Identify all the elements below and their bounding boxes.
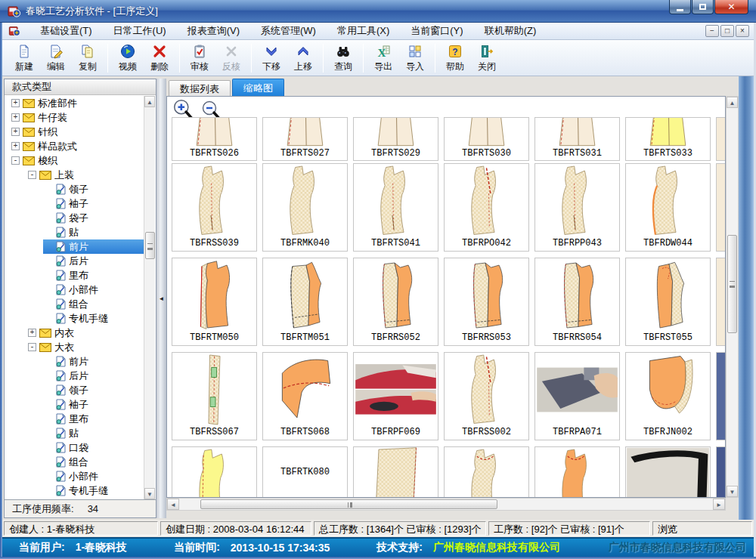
titlebar[interactable]: 春晓工艺分析软件 - [工序定义] ✕ [0, 0, 756, 23]
tree-item-领子[interactable]: 领子 [43, 182, 144, 196]
thumbnail-TBFRSS039[interactable]: TBFRSS039 [172, 163, 257, 252]
toolbar-button-video[interactable]: 视频 [112, 42, 144, 75]
thumbnail-unlabeled[interactable] [444, 446, 529, 498]
vertical-scrollbar[interactable]: ▲ ▼ [726, 96, 739, 498]
thumbnail-TBFRRS054[interactable]: TBFRRS054 [534, 258, 620, 346]
tree-item-袖子[interactable]: 袖子 [43, 397, 144, 412]
tree-scrollbar-thumb[interactable] [145, 232, 155, 259]
horizontal-scrollbar-thumb[interactable] [200, 499, 497, 509]
tree-item-样品款式[interactable]: +样品款式 [10, 139, 144, 153]
tree-item-组合[interactable]: 组合 [43, 297, 144, 311]
mdi-restore-button[interactable]: □ [720, 25, 734, 37]
menu-item-6[interactable]: 当前窗口(Y) [400, 22, 473, 40]
toolbar-button-audit-check[interactable]: 审核 [184, 42, 215, 75]
scroll-up-icon[interactable]: ▲ [144, 96, 155, 107]
scroll-right-icon[interactable]: ► [713, 499, 725, 510]
toolbar-button-move-up[interactable]: 上移 [287, 42, 319, 75]
thumbnail-TBFRRS052[interactable]: TBFRRS052 [353, 258, 438, 346]
toolbar-button-delete[interactable]: 删除 [144, 42, 175, 75]
tree-item-标准部件[interactable]: +标准部件 [10, 96, 144, 110]
scroll-down-icon[interactable]: ▼ [727, 486, 738, 497]
thumbnail-unlabeled[interactable] [534, 446, 620, 498]
tree-item-贴[interactable]: 贴 [43, 426, 144, 440]
tab-data-list[interactable]: 数据列表 [169, 80, 231, 97]
tree-item-贴[interactable]: 贴 [43, 225, 144, 239]
tree-item-梭织[interactable]: -梭织 [10, 153, 144, 168]
toolbar-button-edit[interactable]: 编辑 [40, 42, 72, 75]
thumbnail-TBFRDW044[interactable]: TBFRDW044 [625, 163, 711, 252]
tree-item-专机手缝[interactable]: 专机手缝 [43, 483, 144, 498]
expand-plus-icon[interactable]: + [28, 329, 36, 337]
tree-item-后片[interactable]: 后片 [43, 254, 144, 268]
scroll-left-icon[interactable]: ◄ [167, 499, 179, 510]
menu-item-1[interactable]: 基础设置(T) [29, 22, 103, 40]
thumbnail-TBFRPO042[interactable]: TBFRPO042 [444, 163, 529, 252]
tree-item-里布[interactable]: 里布 [43, 268, 144, 283]
thumbnail-TBFRTM050[interactable]: TBFRTM050 [172, 258, 257, 346]
thumbnail-TBFRMK040[interactable]: TBFRMK040 [262, 163, 348, 252]
thumbnail-TBFRRS053[interactable]: TBFRRS053 [444, 258, 529, 346]
tree-scrollbar[interactable]: ▲ ▼ [144, 96, 155, 499]
thumbnail-TBFRST055[interactable]: TBFRST055 [625, 258, 711, 346]
thumbnail-unlabeled[interactable] [353, 446, 438, 498]
close-button[interactable]: ✕ [714, 0, 748, 14]
mdi-minimize-button[interactable]: − [705, 25, 719, 37]
tree-item-大衣[interactable]: -大衣 [26, 340, 144, 354]
tree-item-牛仔装[interactable]: +牛仔装 [10, 110, 144, 125]
mdi-close-button[interactable]: × [736, 25, 749, 37]
collapse-arrow-icon[interactable]: ◄ [159, 295, 165, 302]
collapse-minus-icon[interactable]: - [28, 171, 36, 179]
thumbnail-TBFRTS026[interactable]: TBFRTS026 [172, 117, 257, 161]
menu-item-7[interactable]: 联机帮助(Z) [474, 22, 547, 40]
tree-item-专机手缝[interactable]: 专机手缝 [43, 311, 144, 326]
thumbnail-TBFRTM051[interactable]: TBFRTM051 [262, 258, 348, 346]
toolbar-button-search-binoculars[interactable]: 查询 [327, 42, 359, 75]
toolbar-button-copy[interactable]: 复制 [72, 42, 104, 75]
tree-item-口袋[interactable]: 口袋 [43, 440, 144, 455]
menu-item-2[interactable]: 日常工作(U) [103, 22, 177, 40]
thumbnail-TBFRTS030[interactable]: TBFRTS030 [444, 117, 529, 161]
thumbnail-TBFRTS068[interactable]: TBFRTS068 [262, 352, 348, 440]
menu-item-4[interactable]: 系统管理(W) [250, 22, 327, 40]
minimize-button[interactable] [669, 0, 691, 14]
thumbnail-TBFRJN002[interactable]: TBFRJN002 [625, 352, 711, 440]
tree-item-前片[interactable]: 前片 [43, 354, 144, 369]
thumbnail-TBFRTS031[interactable]: TBFRTS031 [534, 117, 620, 161]
thumbnail-TBFRTS033[interactable]: TBFRTS033 [625, 117, 711, 161]
tree-item-内衣[interactable]: +内衣 [26, 326, 144, 340]
thumbnail-TBFRTS029[interactable]: TBFRTS029 [353, 117, 438, 161]
toolbar-button-new-document[interactable]: 新建 [8, 42, 40, 75]
menu-item-3[interactable]: 报表查询(V) [177, 22, 250, 40]
thumbnail-TBFRTS027[interactable]: TBFRTS027 [262, 117, 348, 161]
scroll-down-icon[interactable]: ▼ [144, 488, 155, 499]
thumbnail-unlabeled[interactable] [625, 446, 711, 498]
tree-item-小部件[interactable]: 小部件 [43, 283, 144, 297]
thumbnail-TBFRPA071[interactable]: TBFRPA071 [534, 352, 620, 440]
toolbar-button-close-door[interactable]: 关闭 [471, 42, 503, 75]
tree-item-针织[interactable]: +针织 [10, 125, 144, 139]
thumbnail-TBFRSS067[interactable]: TBFRSS067 [172, 352, 257, 440]
vertical-scrollbar-thumb[interactable] [727, 235, 737, 333]
scroll-up-icon[interactable]: ▲ [727, 97, 738, 108]
toolbar-button-import[interactable]: 导入 [399, 42, 431, 75]
tree-item-组合[interactable]: 组合 [43, 455, 144, 469]
expand-plus-icon[interactable]: + [11, 128, 20, 136]
collapse-minus-icon[interactable]: - [28, 343, 36, 351]
tree-item-后片[interactable]: 后片 [43, 369, 144, 383]
toolbar-button-help[interactable]: ?帮助 [439, 42, 471, 75]
tree-item-里布[interactable]: 里布 [43, 412, 144, 426]
tree-item-领子[interactable]: 领子 [43, 383, 144, 397]
tree-item-小部件[interactable]: 小部件 [43, 469, 144, 483]
toolbar-button-move-down[interactable]: 下移 [256, 42, 287, 75]
thumbnail-TBFRPF069[interactable]: TBFRPF069 [353, 352, 438, 440]
collapse-minus-icon[interactable]: - [11, 156, 20, 165]
expand-plus-icon[interactable]: + [11, 99, 20, 107]
tab-thumbnails[interactable]: 缩略图 [232, 79, 284, 97]
maximize-button[interactable] [692, 0, 714, 14]
expand-plus-icon[interactable]: + [11, 113, 20, 122]
tree-item-上装[interactable]: -上装 [26, 168, 144, 182]
horizontal-scrollbar[interactable]: ◄ ► [166, 498, 726, 511]
thumbnail-TBFRTK080[interactable]: TBFRTK080 [262, 446, 348, 498]
thumbnail-unlabeled[interactable] [172, 446, 257, 498]
tree-item-前片-selected[interactable]: 前片 [43, 239, 144, 254]
